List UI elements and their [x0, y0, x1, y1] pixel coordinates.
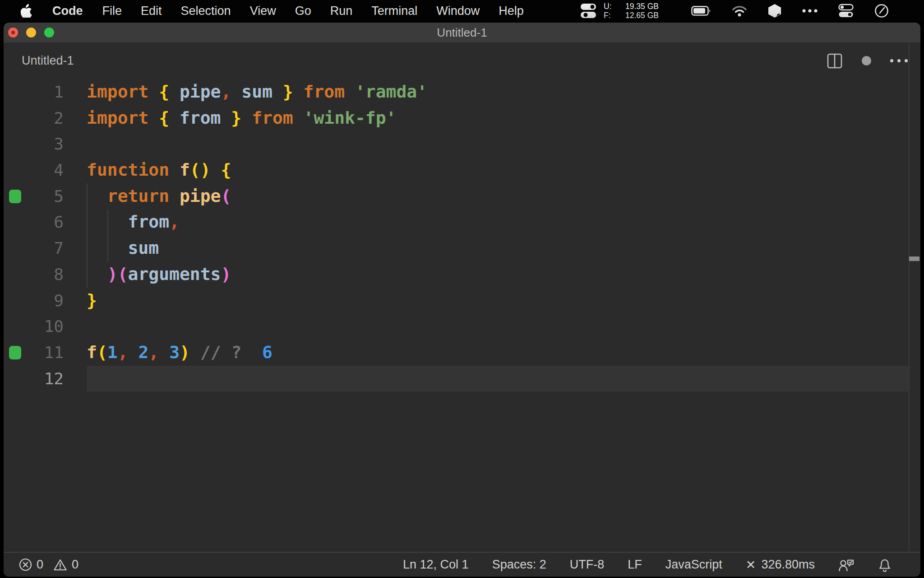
zoom-button[interactable]	[44, 28, 54, 37]
code-line-8[interactable]: 8 )(arguments)	[4, 261, 920, 288]
cursor-position[interactable]: Ln 12, Col 1	[403, 558, 469, 572]
token-bracket1: {	[159, 108, 169, 128]
menu-item-view[interactable]: View	[240, 4, 286, 18]
tab-untitled-1[interactable]: Untitled-1	[22, 42, 74, 79]
line-number: 9	[4, 288, 64, 314]
menu-bar: Code FileEditSelectionViewGoRunTerminalW…	[0, 0, 924, 22]
eol-setting[interactable]: LF	[628, 558, 642, 572]
token-bracket1: {	[221, 160, 231, 180]
token-plain	[273, 82, 283, 102]
code-line-9[interactable]: 9}	[4, 288, 920, 314]
error-count: 0	[37, 558, 43, 572]
menu-item-terminal[interactable]: Terminal	[362, 4, 427, 18]
token-ident: pipe	[180, 82, 221, 102]
token-plain	[169, 108, 180, 128]
token-plain	[241, 108, 252, 128]
bell-icon[interactable]	[878, 558, 892, 572]
menu-item-go[interactable]: Go	[286, 4, 321, 18]
code-line-7[interactable]: 7 sum	[4, 235, 920, 261]
code-line-11[interactable]: 11f(1, 2, 3) // ? 6	[4, 340, 920, 366]
code-line-3[interactable]: 3	[4, 131, 920, 157]
traffic-lights	[8, 23, 54, 42]
token-bracket1: }	[283, 82, 293, 102]
code-text: function f() {	[87, 157, 231, 183]
token-bracket1: ()	[190, 160, 211, 180]
line-number: 6	[4, 209, 64, 235]
token-bracket1: {	[159, 82, 169, 102]
token-bracket2: )(	[107, 264, 128, 284]
token-bracket1: }	[231, 108, 241, 128]
close-button[interactable]	[8, 28, 18, 37]
code-text: return pipe(	[87, 183, 231, 210]
split-editor-icon[interactable]	[827, 53, 843, 69]
battery-icon[interactable]	[691, 6, 711, 16]
menu-item-edit[interactable]: Edit	[131, 4, 171, 18]
overview-ruler-marker[interactable]	[909, 256, 919, 261]
problems-indicator[interactable]: 0 0	[19, 558, 84, 572]
token-ident: sum	[241, 82, 273, 102]
window-title: Untitled-1	[4, 23, 920, 42]
code-text: )(arguments)	[87, 261, 231, 288]
language-mode[interactable]: JavaScript	[665, 558, 722, 572]
code-line-5[interactable]: 5 return pipe(	[4, 183, 920, 210]
indentation-setting[interactable]: Spaces: 2	[492, 558, 546, 572]
code-line-4[interactable]: 4function f() {	[4, 157, 920, 183]
menu-item-help[interactable]: Help	[489, 4, 533, 18]
token-func: pipe	[180, 186, 221, 206]
token-ident: arguments	[128, 264, 221, 284]
menu-item-file[interactable]: File	[93, 4, 132, 18]
vscode-window: Untitled-1 Untitled-1 1import { pipe, su…	[4, 23, 920, 577]
control-center-icon[interactable]	[838, 4, 854, 18]
token-plain	[231, 82, 241, 102]
stats-icon	[580, 2, 596, 19]
apple-menu[interactable]	[20, 4, 32, 18]
token-ident: from	[180, 108, 221, 128]
line-number: 3	[4, 131, 64, 157]
feedback-icon[interactable]	[838, 558, 855, 572]
clock-icon[interactable]	[874, 4, 889, 18]
code-text: f(1, 2, 3) // ? 6	[87, 340, 273, 366]
memory-widget[interactable]: U:19.35 GB F:12.65 GB	[580, 2, 659, 20]
token-keyword: function	[87, 160, 169, 180]
editor[interactable]: 1import { pipe, sum } from 'ramda'2impor…	[4, 79, 920, 552]
minimize-button[interactable]	[26, 28, 36, 37]
line-number: 11	[4, 340, 64, 366]
token-plain	[211, 160, 221, 180]
token-plain	[221, 108, 231, 128]
menu-item-run[interactable]: Run	[321, 4, 362, 18]
token-plain	[148, 82, 159, 102]
token-func: f	[180, 160, 190, 180]
warning-count: 0	[72, 558, 79, 572]
token-punct: ,	[169, 212, 180, 232]
status-bar: 0 0 Ln 12, Col 1 Spaces: 2 UTF-8 LF Java…	[4, 552, 920, 577]
token-plain	[345, 82, 355, 102]
wifi-icon[interactable]	[732, 5, 747, 17]
encoding-setting[interactable]: UTF-8	[570, 558, 605, 572]
line-number: 10	[4, 313, 64, 340]
code-line-2[interactable]: 2import { from } from 'wink-fp'	[4, 105, 920, 131]
token-string: 'wink-fp'	[304, 108, 397, 128]
title-bar[interactable]: Untitled-1	[4, 23, 920, 42]
code-line-1[interactable]: 1import { pipe, sum } from 'ramda'	[4, 79, 920, 105]
unsaved-dot-icon[interactable]	[862, 56, 871, 65]
code-line-10[interactable]: 10	[4, 313, 920, 340]
perf-indicator[interactable]: ✕ 326.80ms	[746, 558, 815, 572]
token-bracket2: )	[221, 264, 231, 284]
token-ident: from	[128, 212, 170, 232]
token-plain	[87, 264, 107, 284]
line-number: 5	[4, 183, 64, 210]
token-comment: ?	[231, 342, 241, 362]
code-line-12[interactable]: 12	[4, 366, 920, 392]
menu-item-window[interactable]: Window	[427, 4, 489, 18]
tab-bar: Untitled-1	[4, 42, 920, 79]
overview-ruler-border	[909, 42, 910, 552]
cube-icon[interactable]	[768, 4, 781, 18]
token-punct: ,	[221, 82, 231, 102]
menu-item-selection[interactable]: Selection	[171, 4, 240, 18]
menu-item-code[interactable]: Code	[42, 4, 93, 18]
code-line-6[interactable]: 6 from,	[4, 209, 920, 235]
code-text: import { pipe, sum } from 'ramda'	[87, 79, 427, 105]
token-keyword: import	[87, 108, 148, 128]
more-actions-icon[interactable]	[890, 59, 908, 62]
ellipsis-icon[interactable]	[802, 9, 818, 13]
